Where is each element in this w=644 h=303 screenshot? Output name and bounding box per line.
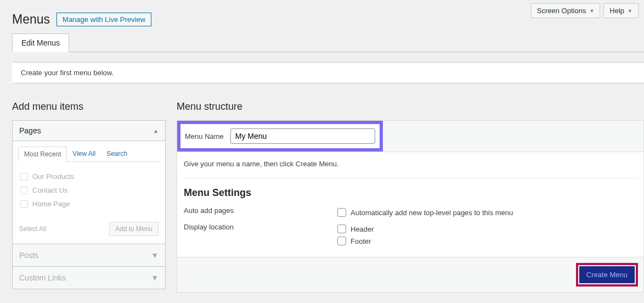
page-item-label: Our Products <box>32 172 75 181</box>
checkbox-icon[interactable] <box>20 187 28 194</box>
accordion-pages-title: Pages <box>19 126 41 135</box>
page-title: Menus <box>12 12 50 27</box>
select-all-link[interactable]: Select All <box>19 225 46 233</box>
subtab-search[interactable]: Search <box>101 147 133 161</box>
location-header-option[interactable]: Header <box>337 223 637 235</box>
manage-live-preview-button[interactable]: Manage with Live Preview <box>57 13 151 26</box>
menu-name-row: Menu Name <box>177 121 383 152</box>
triangle-down-icon: ▼ <box>151 273 159 282</box>
create-menu-button[interactable]: Create Menu <box>579 266 635 283</box>
screen-options-label: Screen Options <box>537 7 586 15</box>
page-item-label: Contact Us <box>32 186 67 194</box>
triangle-up-icon: ▲ <box>153 128 159 134</box>
auto-add-pages-option[interactable]: Automatically add new top-level pages to… <box>337 206 637 218</box>
location-footer-option[interactable]: Footer <box>337 235 637 247</box>
menu-name-label: Menu Name <box>185 132 224 141</box>
accordion-pages-header[interactable]: Pages ▲ <box>13 121 165 141</box>
create-menu-highlight: Create Menu <box>576 263 638 287</box>
instruction-text: Give your menu a name, then click Create… <box>184 160 637 178</box>
menu-name-input[interactable] <box>230 128 375 144</box>
page-item[interactable]: Contact Us <box>20 183 157 197</box>
page-item[interactable]: Home Page <box>20 197 157 211</box>
tabs: Edit Menus <box>12 33 644 52</box>
accordion-custom-links-header[interactable]: Custom Links ▼ <box>13 266 165 289</box>
page-item[interactable]: Our Products <box>20 170 157 183</box>
auto-add-text: Automatically add new top-level pages to… <box>351 209 513 217</box>
location-footer-text: Footer <box>351 237 371 245</box>
accordion-container: Pages ▲ Most Recent View All Search Our … <box>12 120 166 289</box>
auto-add-checkbox[interactable] <box>337 208 346 217</box>
display-location-label: Display location <box>184 223 337 231</box>
accordion-posts-title: Posts <box>19 251 38 260</box>
auto-add-pages-label: Auto add pages <box>184 206 337 215</box>
accordion-posts-header[interactable]: Posts ▼ <box>13 244 165 266</box>
help-label: Help <box>609 7 624 15</box>
triangle-down-icon: ▼ <box>628 8 632 14</box>
location-footer-checkbox[interactable] <box>337 237 346 245</box>
menu-structure-box: Menu Name Give your menu a name, then cl… <box>177 120 644 293</box>
checkbox-icon[interactable] <box>20 200 28 208</box>
location-header-text: Header <box>351 225 374 233</box>
help-button[interactable]: Help ▼ <box>603 3 639 18</box>
location-header-checkbox[interactable] <box>337 225 346 233</box>
accordion-pages-body: Most Recent View All Search Our Products… <box>13 141 165 244</box>
subtab-view-all[interactable]: View All <box>67 147 101 161</box>
notice-create-first-menu: Create your first menu below. <box>12 62 644 83</box>
triangle-down-icon: ▼ <box>589 8 594 14</box>
add-menu-items-heading: Add menu items <box>12 101 166 113</box>
tab-edit-menus[interactable]: Edit Menus <box>12 33 69 52</box>
triangle-down-icon: ▼ <box>151 251 159 260</box>
subtab-most-recent[interactable]: Most Recent <box>18 147 67 162</box>
screen-options-button[interactable]: Screen Options ▼ <box>531 3 601 18</box>
page-item-label: Home Page <box>32 200 70 208</box>
checkbox-icon[interactable] <box>20 173 28 181</box>
menu-settings-heading: Menu Settings <box>184 187 637 199</box>
menu-structure-heading: Menu structure <box>177 101 644 113</box>
accordion-custom-links-title: Custom Links <box>19 273 66 282</box>
add-to-menu-button[interactable]: Add to Menu <box>109 222 159 236</box>
